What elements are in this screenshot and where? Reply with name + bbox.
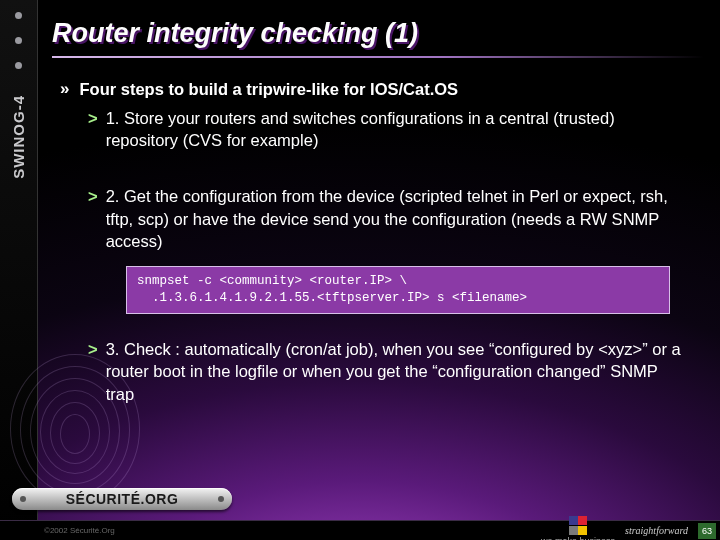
bullet-level-1: » Four steps to build a tripwire-like fo…: [60, 78, 690, 101]
tagline-emph: straightforward: [625, 525, 688, 536]
dot-icon: [15, 12, 22, 19]
page-number: 63: [698, 523, 716, 539]
grid-icon: [569, 516, 587, 525]
sidebar-label: SWINOG-4: [10, 95, 27, 179]
angle-icon: >: [88, 338, 98, 405]
angle-icon: >: [88, 185, 98, 252]
bullet-text: Four steps to build a tripwire-like for …: [79, 78, 458, 101]
step-item: > 2. Get the configuration from the devi…: [88, 185, 690, 252]
footer-brand: we make business: [541, 516, 615, 541]
grid-icon: [569, 526, 587, 535]
sidebar: SWINOG-4: [0, 0, 38, 540]
step-text: 1. Store your routers and switches confi…: [106, 107, 690, 152]
step-item: > 1. Store your routers and switches con…: [88, 107, 690, 152]
angle-icon: >: [88, 107, 98, 152]
brand-logo: SÉCURITÉ.ORG: [12, 488, 232, 510]
footer: ©2002 Sécurité.Org we make business stra…: [0, 520, 720, 540]
code-snippet: snmpset -c <community> <router.IP> \ .1.…: [126, 266, 670, 314]
step-text: 2. Get the configuration from the device…: [106, 185, 690, 252]
step-item: > 3. Check : automatically (cron/at job)…: [88, 338, 690, 405]
brand-logo-text: SÉCURITÉ.ORG: [66, 491, 179, 507]
slide-title: Router integrity checking (1): [52, 18, 418, 49]
dot-icon: [15, 37, 22, 44]
tagline-pre: we make business: [541, 536, 615, 541]
slide-content: » Four steps to build a tripwire-like fo…: [60, 78, 690, 405]
copyright-text: ©2002 Sécurité.Org: [44, 526, 115, 535]
title-underline: [52, 56, 704, 58]
dot-icon: [15, 62, 22, 69]
step-text: 3. Check : automatically (cron/at job), …: [106, 338, 690, 405]
chevron-icon: »: [60, 78, 69, 101]
